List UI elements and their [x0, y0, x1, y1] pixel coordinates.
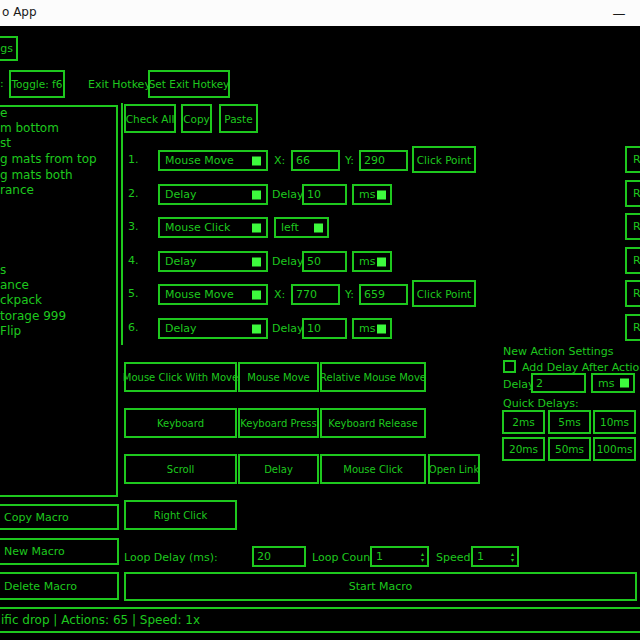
new-action-delay-input[interactable] — [531, 373, 586, 393]
mouse-button-dropdown[interactable]: left — [274, 217, 329, 238]
spinner-down-icon[interactable]: ▾ — [511, 557, 514, 563]
quick-delay-100ms-button[interactable]: 100ms — [593, 437, 636, 461]
macro-list-item[interactable]: ckpack — [0, 293, 42, 307]
dropdown-indicator-icon — [252, 156, 261, 165]
y-input[interactable] — [359, 284, 408, 305]
delete-macro-button[interactable]: Delete Macro — [0, 572, 119, 600]
remove-action-button[interactable]: R — [625, 280, 640, 307]
action-type-dropdown[interactable]: Mouse Move — [158, 150, 268, 171]
macro-list-item[interactable]: e — [0, 106, 7, 120]
delay-input[interactable] — [302, 251, 347, 272]
delay-unit-dropdown[interactable]: ms — [352, 184, 392, 205]
loop-delay-label: Loop Delay (ms): — [124, 551, 218, 564]
quick-delays-label: Quick Delays: — [503, 397, 579, 410]
remove-action-button[interactable]: R — [625, 180, 640, 207]
paste-button[interactable]: Paste — [219, 104, 258, 133]
macro-list-item[interactable]: Flip — [0, 324, 21, 338]
speed-label: Speed: — [436, 551, 474, 564]
title-bar: o App — — [0, 0, 640, 26]
dropdown-indicator-icon — [377, 190, 386, 199]
new-action-delay-unit-dropdown[interactable]: ms — [591, 373, 635, 393]
macro-list-item[interactable]: g mats from top — [0, 152, 97, 166]
macro-list-item[interactable]: st — [0, 136, 11, 150]
add-mouse-move-button[interactable]: Mouse Move — [238, 362, 319, 392]
delay-input[interactable] — [302, 184, 347, 205]
remove-action-button[interactable]: R — [625, 314, 640, 341]
delay-unit-dropdown[interactable]: ms — [352, 318, 392, 339]
settings-button[interactable]: gs — [0, 36, 18, 61]
action-panel-border — [121, 103, 123, 345]
add-keyboard-release-button[interactable]: Keyboard Release — [320, 408, 426, 438]
status-bar: ific drop | Actions: 65 | Speed: 1x — [0, 607, 640, 633]
window-title: o App — [2, 5, 37, 19]
macro-list-item[interactable]: m bottom — [0, 121, 59, 135]
action-type-dropdown[interactable]: Delay — [158, 251, 268, 272]
action-row-number: 1. — [128, 153, 139, 166]
quick-delay-50ms-button[interactable]: 50ms — [548, 437, 591, 461]
dropdown-indicator-icon — [252, 190, 261, 199]
macro-list-item[interactable]: g mats both — [0, 168, 73, 182]
speed-spinner[interactable]: 1 ▴ ▾ — [471, 546, 519, 567]
action-row-number: 4. — [128, 254, 139, 267]
action-row-number: 3. — [128, 220, 139, 233]
macro-list-item[interactable]: ance — [0, 278, 29, 292]
x-input[interactable] — [291, 284, 340, 305]
add-keyboard-button[interactable]: Keyboard — [124, 408, 237, 438]
add-right-click-button[interactable]: Right Click — [124, 500, 237, 530]
action-type-dropdown[interactable]: Mouse Click — [158, 217, 268, 238]
check-all-button[interactable]: Check All — [124, 104, 176, 133]
y-input[interactable] — [359, 150, 408, 171]
quick-delay-20ms-button[interactable]: 20ms — [502, 437, 545, 461]
add-relative-mouse-move-button[interactable]: Relative Mouse Move — [320, 362, 426, 392]
toggle-hotkey-button[interactable]: Toggle: f6 — [9, 70, 65, 98]
add-mouse-click-with-move-button[interactable]: Mouse Click With Move — [124, 362, 237, 392]
click-point-button[interactable]: Click Point — [412, 280, 476, 307]
loop-delay-input[interactable] — [252, 546, 306, 567]
add-delay-after-action-checkbox[interactable] — [503, 360, 516, 373]
remove-action-button[interactable]: R — [625, 247, 640, 274]
set-exit-hotkey-button[interactable]: Set Exit Hotkey — [148, 70, 230, 98]
dropdown-indicator-icon — [252, 324, 261, 333]
dropdown-indicator-icon — [314, 223, 323, 232]
dropdown-indicator-icon — [620, 379, 629, 388]
quick-delay-10ms-button[interactable]: 10ms — [593, 410, 636, 434]
status-text: ific drop | Actions: 65 | Speed: 1x — [0, 613, 200, 627]
remove-action-button[interactable]: R — [625, 146, 640, 173]
delay-unit-dropdown[interactable]: ms — [352, 251, 392, 272]
quick-delay-5ms-button[interactable]: 5ms — [548, 410, 591, 434]
add-open-link-button[interactable]: Open Link — [428, 454, 480, 484]
delay-input[interactable] — [302, 318, 347, 339]
action-row-number: 5. — [128, 287, 139, 300]
loop-count-spinner[interactable]: 1 ▴ ▾ — [370, 546, 429, 567]
add-scroll-button[interactable]: Scroll — [124, 454, 237, 484]
copy-macro-button[interactable]: Copy Macro — [0, 504, 119, 530]
add-delay-button[interactable]: Delay — [238, 454, 319, 484]
action-type-dropdown[interactable]: Mouse Move — [158, 284, 268, 305]
quick-delay-2ms-button[interactable]: 2ms — [502, 410, 545, 434]
dropdown-indicator-icon — [252, 223, 261, 232]
dropdown-indicator-icon — [377, 324, 386, 333]
x-input[interactable] — [291, 150, 340, 171]
x-label: X: — [274, 154, 285, 167]
macro-list-item[interactable]: torage 999 — [0, 309, 66, 323]
action-type-dropdown[interactable]: Delay — [158, 318, 268, 339]
click-point-button[interactable]: Click Point — [412, 146, 476, 173]
start-macro-button[interactable]: Start Macro — [124, 572, 637, 601]
hotkey-label-fragment: : — [0, 77, 4, 90]
add-mouse-click-button[interactable]: Mouse Click — [320, 454, 426, 484]
add-keyboard-press-button[interactable]: Keyboard Press — [238, 408, 319, 438]
remove-action-button[interactable]: R — [625, 213, 640, 240]
copy-button[interactable]: Copy — [181, 104, 212, 133]
y-label: Y: — [345, 288, 354, 301]
dropdown-indicator-icon — [252, 257, 261, 266]
action-row-number: 2. — [128, 187, 139, 200]
action-type-dropdown[interactable]: Delay — [158, 184, 268, 205]
loop-count-label: Loop Count: — [312, 551, 378, 564]
dropdown-indicator-icon — [377, 257, 386, 266]
exit-hotkey-label: Exit Hotkey: — [88, 78, 154, 91]
spinner-down-icon[interactable]: ▾ — [421, 557, 424, 563]
macro-list-item[interactable]: rance — [0, 183, 34, 197]
new-macro-button[interactable]: New Macro — [0, 538, 119, 565]
macro-list-item[interactable]: s — [0, 263, 6, 277]
minimize-button[interactable]: — — [602, 0, 636, 26]
